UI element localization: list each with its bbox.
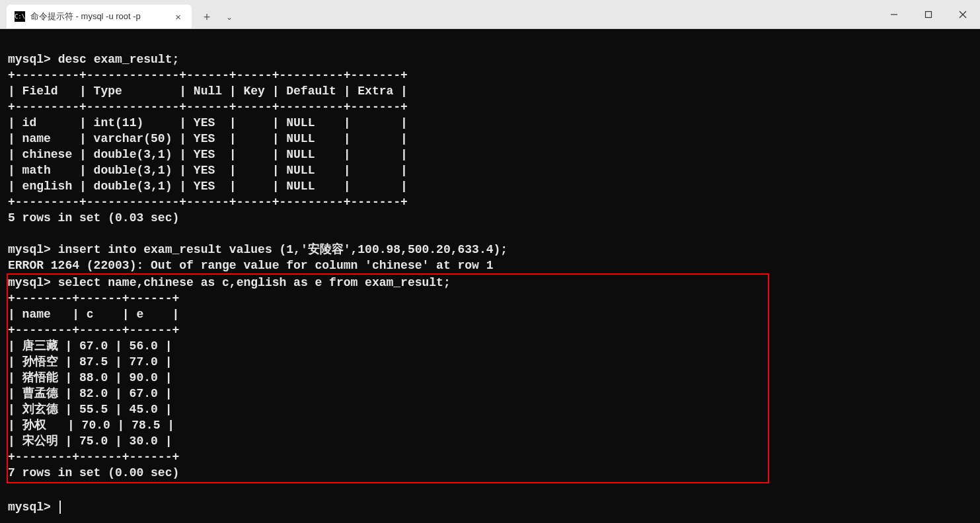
table-row: | english | double(3,1) | YES | | NULL |…	[8, 180, 408, 193]
minimize-button[interactable]	[877, 0, 911, 28]
sql-command: desc exam_result;	[58, 53, 180, 66]
table-header: | name | c | e |	[8, 308, 179, 321]
table-row: | chinese | double(3,1) | YES | | NULL |…	[8, 148, 408, 161]
prompt: mysql>	[8, 501, 58, 514]
table-row: | 宋公明 | 75.0 | 30.0 |	[8, 435, 172, 448]
terminal-output[interactable]: mysql> desc exam_result; +---------+----…	[0, 29, 980, 523]
highlighted-block: mysql> select name,chinese as c,english …	[7, 273, 769, 483]
table-border: +---------+-------------+------+-----+--…	[8, 69, 408, 82]
table-row: | name | varchar(50) | YES | | NULL | |	[8, 132, 408, 145]
tab-title: 命令提示符 - mysql -u root -p	[30, 11, 141, 22]
table-border: +--------+------+------+	[8, 324, 179, 337]
table-border: +---------+-------------+------+-----+--…	[8, 195, 408, 209]
cursor	[59, 501, 61, 514]
table-row: | 孙权 | 70.0 | 78.5 |	[8, 419, 174, 432]
table-row: | 曹孟德 | 82.0 | 67.0 |	[8, 387, 172, 400]
result-summary: 5 rows in set (0.03 sec)	[8, 211, 179, 225]
window-controls	[877, 0, 980, 28]
prompt: mysql>	[8, 243, 58, 256]
table-row: | id | int(11) | YES | | NULL | |	[8, 116, 408, 129]
table-border: +--------+------+------+	[8, 450, 179, 464]
window-titlebar: C:\ 命令提示符 - mysql -u root -p × + ⌄	[0, 0, 980, 29]
tab-active[interactable]: C:\ 命令提示符 - mysql -u root -p ×	[7, 5, 192, 28]
table-row: | 刘玄德 | 55.5 | 45.0 |	[8, 403, 172, 416]
tabs-area: C:\ 命令提示符 - mysql -u root -p × + ⌄	[0, 0, 239, 28]
error-message: ERROR 1264 (22003): Out of range value f…	[8, 259, 494, 272]
svg-rect-1	[926, 11, 932, 17]
table-border: +---------+-------------+------+-----+--…	[8, 100, 408, 114]
prompt: mysql>	[8, 53, 58, 66]
table-row: | math | double(3,1) | YES | | NULL | |	[8, 164, 408, 177]
table-row: | 唐三藏 | 67.0 | 56.0 |	[8, 339, 172, 353]
cmd-icon: C:\	[15, 11, 25, 22]
prompt: mysql>	[8, 276, 58, 289]
sql-command: insert into exam_result values (1,'安陵容',…	[58, 243, 508, 256]
table-row: | 猪悟能 | 88.0 | 90.0 |	[8, 371, 172, 384]
tab-dropdown-button[interactable]: ⌄	[219, 6, 239, 28]
new-tab-button[interactable]: +	[196, 6, 218, 28]
table-header: | Field | Type | Null | Key | Default | …	[8, 85, 408, 98]
result-summary: 7 rows in set (0.00 sec)	[8, 466, 179, 479]
table-row: | 孙悟空 | 87.5 | 77.0 |	[8, 355, 172, 368]
sql-command: select name,chinese as c,english as e fr…	[58, 276, 451, 289]
table-border: +--------+------+------+	[8, 292, 179, 305]
close-tab-icon[interactable]: ×	[172, 11, 184, 22]
close-window-button[interactable]	[946, 0, 980, 28]
maximize-button[interactable]	[911, 0, 946, 28]
